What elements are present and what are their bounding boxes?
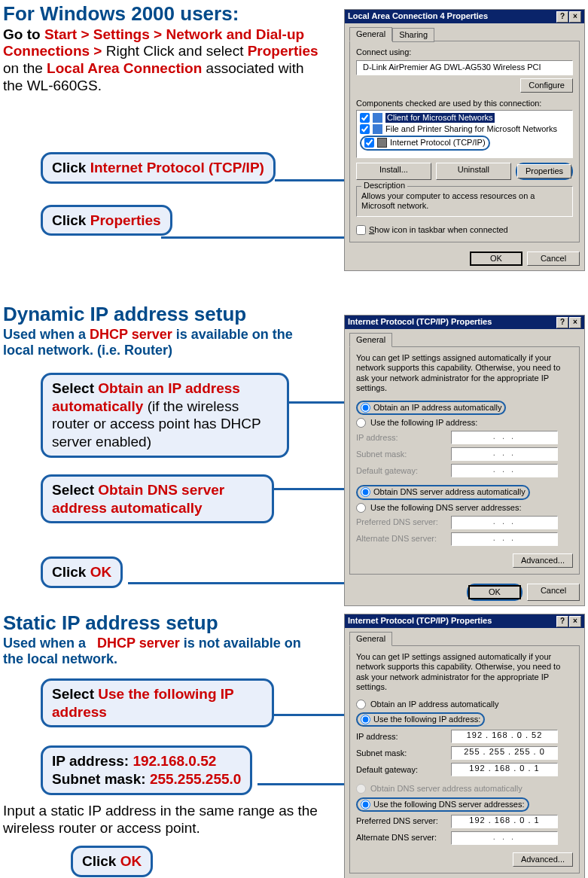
advanced-button[interactable]: Advanced... [513,852,573,867]
description-legend: Description [361,181,407,191]
radio-use-dns[interactable] [361,800,370,809]
callout-use-following-ip: Select Use the following IP address [41,678,274,728]
section3-subtitle: Used when a DHCP server is not available… [3,636,319,668]
mask-input[interactable] [451,447,558,461]
help-button-icon[interactable]: ? [556,11,568,23]
tab-general[interactable]: General [349,27,392,41]
advanced-button[interactable]: Advanced... [513,553,573,568]
callout-ip-values: IP address: 192.168.0.52 Subnet mask: 25… [41,745,252,795]
section1-intro: Go to Start > Settings > Network and Dia… [3,26,319,95]
gateway-input[interactable]: 192 . 168 . 0 . 1 [451,763,558,776]
list-item[interactable]: File and Printer Sharing for Microsoft N… [360,123,569,135]
ip-input[interactable] [451,431,558,444]
tcpip-properties-dialog-static: Internet Protocol (TCP/IP) Properties ?×… [344,614,585,878]
radio-obtain-dns[interactable] [361,487,370,497]
intro-text: You can get IP settings assigned automat… [356,353,573,393]
pdns-input[interactable]: 192 . 168 . 0 . 1 [451,815,558,828]
description-text: Allows your computer to access resources… [361,191,568,211]
dialog-title: Local Area Connection 4 Properties [348,11,488,21]
dialog-title: Internet Protocol (TCP/IP) Properties [348,616,492,626]
properties-button[interactable]: Properties [517,164,571,178]
section2-subtitle: Used when a DHCP server is available on … [3,327,319,359]
ip-input[interactable]: 192 . 168 . 0 . 52 [451,730,558,743]
intro-text: You can get IP settings assigned automat… [356,652,573,692]
adns-input[interactable] [451,532,558,546]
configure-button[interactable]: Configure [520,78,573,93]
help-button-icon[interactable]: ? [556,616,568,627]
connect-using-label: Connect using: [356,47,573,57]
help-button-icon[interactable]: ? [556,317,568,328]
tcpip-properties-dialog-dynamic: Internet Protocol (TCP/IP) Properties ?×… [344,315,585,606]
dialog-title: Internet Protocol (TCP/IP) Properties [348,317,492,327]
section3-body: Input a static IP address in the same ra… [3,803,334,837]
callout-click-properties: Click Properties [41,205,172,236]
dialog-titlebar: Local Area Connection 4 Properties ?× [345,10,584,23]
list-item[interactable]: Client for Microsoft Networks [360,112,569,123]
callout-obtain-ip-auto: Select Obtain an IP address automaticall… [41,373,289,458]
close-icon[interactable]: × [569,616,581,627]
checkbox[interactable] [360,113,370,123]
protocol-icon [377,138,387,148]
radio-use-ip[interactable] [356,418,366,428]
callout-click-ok-static: Click OK [71,846,153,877]
tab-general[interactable]: General [349,333,392,347]
section1-heading: For Windows 2000 users: [3,3,319,25]
client-icon [373,113,382,123]
adapter-name: D-Link AirPremier AG DWL-AG530 Wireless … [363,62,541,72]
callout-obtain-dns-auto: Select Obtain DNS server address automat… [41,474,274,524]
show-icon-label: SShow icon in taskbar when connectedhow … [369,225,508,235]
connector-line [275,179,352,181]
radio-use-ip[interactable] [361,715,370,724]
adns-input[interactable] [451,831,558,845]
components-label: Components checked are used by this conn… [356,99,573,108]
tab-sharing[interactable]: Sharing [392,28,434,42]
checkbox[interactable] [364,138,374,148]
radio-obtain-ip[interactable] [361,403,370,413]
dialog-titlebar: Internet Protocol (TCP/IP) Properties ?× [345,614,584,628]
section2-heading: Dynamic IP address setup [3,303,319,325]
radio-obtain-ip[interactable] [356,700,366,709]
callout-click-tcpip: Click Internet Protocol (TCP/IP) [41,152,276,184]
ok-button[interactable]: OK [468,585,521,599]
callout-click-ok-dynamic: Click OK [41,556,123,588]
show-icon-checkbox[interactable] [356,225,366,235]
radio-use-dns[interactable] [356,503,366,513]
uninstall-button[interactable]: Uninstall [436,163,511,180]
list-item[interactable]: Internet Protocol (TCP/IP) [360,135,569,151]
mask-input[interactable]: 255 . 255 . 255 . 0 [451,746,558,760]
ok-button[interactable]: OK [470,252,522,266]
radio-obtain-dns [356,784,366,794]
install-button[interactable]: Install... [356,163,431,180]
tab-general[interactable]: General [349,632,392,646]
pdns-input[interactable] [451,516,558,529]
checkbox[interactable] [360,124,370,134]
cancel-button[interactable]: Cancel [527,584,580,601]
cancel-button[interactable]: Cancel [527,252,580,266]
lan-properties-dialog: Local Area Connection 4 Properties ?× Ge… [344,9,585,271]
gateway-input[interactable] [451,464,558,477]
close-icon[interactable]: × [569,11,581,23]
dialog-titlebar: Internet Protocol (TCP/IP) Properties ?× [345,316,584,329]
close-icon[interactable]: × [569,317,581,328]
fileshare-icon [373,124,382,134]
section3-heading: Static IP address setup [3,612,319,634]
